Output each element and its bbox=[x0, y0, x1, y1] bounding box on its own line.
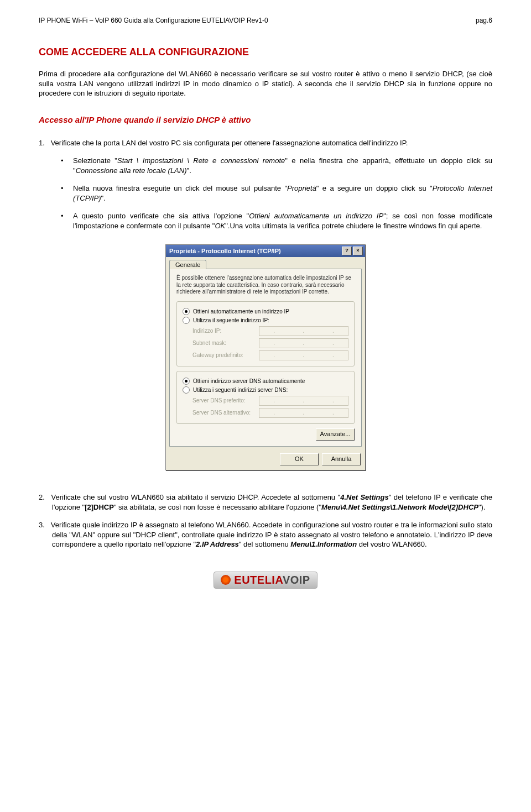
advanced-button[interactable]: Avanzate... bbox=[316, 428, 355, 441]
ip-group: Ottieni automaticamente un indirizzo IP … bbox=[176, 301, 355, 366]
field-ip: Indirizzo IP: ... bbox=[192, 326, 348, 336]
dialog-body: È possibile ottenere l'assegnazione auto… bbox=[169, 269, 362, 447]
radio-dns-auto[interactable]: Ottieni indirizzo server DNS automaticam… bbox=[183, 378, 348, 385]
bullet-1-text: Selezionate " bbox=[73, 156, 117, 165]
bullet-2: Nella nuova finestra eseguite un click d… bbox=[61, 184, 492, 203]
footer-logo: EUTELIAVOIP bbox=[39, 572, 492, 589]
radio-ip-manual[interactable]: Utilizza il seguente indirizzo IP: bbox=[183, 317, 348, 324]
subsection-title: Accesso all'IP Phone quando il servizio … bbox=[39, 115, 492, 124]
field-dns2: Server DNS alternativo: ... bbox=[192, 408, 348, 418]
ok-button[interactable]: OK bbox=[280, 453, 319, 465]
radio-icon bbox=[183, 386, 190, 394]
radio-ip-auto-label: Ottieni automaticamente un indirizzo IP bbox=[193, 308, 289, 315]
bullet-2-text2: " e a seguire un doppio click su " bbox=[316, 184, 433, 192]
bullet-2-ui1: Proprietà bbox=[287, 184, 316, 192]
gateway-input: ... bbox=[259, 350, 348, 360]
step-2-em1: 4.Net Settings bbox=[340, 493, 389, 501]
bullet-3-text: A questo punto verificate che sia attiva… bbox=[73, 212, 249, 220]
step-3-t3: del vostro WLAN660. bbox=[357, 540, 426, 548]
label-gateway: Gateway predefinito: bbox=[192, 352, 259, 358]
bullet-1: Selezionate "Start \ Impostazioni \ Rete… bbox=[61, 156, 492, 175]
tcpip-properties-dialog: Proprietà - Protocollo Internet (TCP/IP)… bbox=[165, 244, 366, 470]
dns1-input: ... bbox=[259, 396, 348, 406]
bullet-1-path: Start \ Impostazioni \ Rete e connession… bbox=[117, 156, 285, 165]
dialog-title: Proprietà - Protocollo Internet (TCP/IP) bbox=[169, 248, 281, 254]
step-3-t2: " del sottomenu bbox=[239, 540, 291, 548]
bullet-2-end: ". bbox=[101, 194, 106, 202]
radio-dns-manual-label: Utilizza i seguenti indirizzi server DNS… bbox=[193, 387, 288, 393]
label-dns2: Server DNS alternativo: bbox=[192, 410, 259, 416]
step-2: 2. Verificate che sul vostro WLAN660 sia… bbox=[39, 493, 492, 512]
bullet-3-ui1: Ottieni automaticamente un indirizzo IP bbox=[249, 212, 383, 220]
step-2-em2: Menu\4.Net Settings\1.Network Mode\[2]DH… bbox=[321, 503, 478, 511]
field-dns1: Server DNS preferito: ... bbox=[192, 396, 348, 406]
logo-part2: VOIP bbox=[283, 574, 310, 586]
bullet-1-ui: Connessione alla rete locale (LAN) bbox=[76, 166, 187, 175]
dialog-description: È possibile ottenere l'assegnazione auto… bbox=[176, 275, 355, 296]
tab-generale[interactable]: Generale bbox=[169, 260, 206, 269]
euteliavoip-logo: EUTELIAVOIP bbox=[214, 572, 317, 589]
step-3-em1: 2.IP Address bbox=[196, 540, 239, 548]
dialog-titlebar: Proprietà - Protocollo Internet (TCP/IP)… bbox=[166, 245, 365, 257]
radio-ip-manual-label: Utilizza il seguente indirizzo IP: bbox=[193, 317, 269, 323]
step-2-b1: [2]DHCP bbox=[85, 503, 114, 511]
radio-dns-manual[interactable]: Utilizza i seguenti indirizzi server DNS… bbox=[183, 386, 348, 394]
radio-dns-auto-label: Ottieni indirizzo server DNS automaticam… bbox=[193, 378, 305, 384]
step-2-t3: " sia abilitata, se così non fosse è nec… bbox=[114, 503, 321, 511]
label-dns1: Server DNS preferito: bbox=[192, 397, 259, 404]
step-3-em2: Menu\1.Information bbox=[290, 540, 357, 548]
step-2-t4: "). bbox=[478, 503, 486, 511]
step-1-number: 1. bbox=[39, 138, 49, 148]
field-subnet: Subnet mask: ... bbox=[192, 338, 348, 348]
dns-group: Ottieni indirizzo server DNS automaticam… bbox=[176, 371, 355, 424]
radio-icon bbox=[183, 308, 190, 315]
intro-paragraph: Prima di procedere alla configurazione d… bbox=[39, 69, 492, 98]
dns2-input: ... bbox=[259, 408, 348, 418]
step-3-number: 3. bbox=[39, 520, 49, 530]
label-ip: Indirizzo IP: bbox=[192, 328, 259, 334]
cancel-button[interactable]: Annulla bbox=[322, 453, 361, 465]
subnet-input: ... bbox=[259, 338, 348, 348]
header-left: IP PHONE Wi-Fi – VoIP 660 Guida alla Con… bbox=[39, 17, 268, 24]
step-1-text: Verificate che la porta LAN del vostro P… bbox=[51, 139, 408, 147]
step-3: 3. Verificate quale indirizzo IP è asseg… bbox=[39, 520, 492, 549]
bullet-2-text: Nella nuova finestra eseguite un click d… bbox=[73, 184, 287, 192]
ip-input: ... bbox=[259, 326, 348, 336]
step-1: 1. Verificate che la porta LAN del vostr… bbox=[39, 138, 492, 148]
logo-burst-icon bbox=[221, 575, 231, 585]
close-button[interactable]: × bbox=[353, 247, 363, 255]
radio-ip-auto[interactable]: Ottieni automaticamente un indirizzo IP bbox=[183, 308, 348, 315]
bullet-1-end: ". bbox=[187, 166, 191, 175]
field-gateway: Gateway predefinito: ... bbox=[192, 350, 348, 360]
header-right: pag.6 bbox=[476, 17, 492, 24]
page-header: IP PHONE Wi-Fi – VoIP 660 Guida alla Con… bbox=[39, 17, 492, 24]
bullet-3-ui2: OK bbox=[215, 222, 225, 230]
radio-icon bbox=[183, 317, 190, 324]
bullet-3: A questo punto verificate che sia attiva… bbox=[61, 211, 492, 230]
help-button[interactable]: ? bbox=[342, 247, 352, 255]
section-title: COME ACCEDERE ALLA CONFIGURAZIONE bbox=[39, 46, 492, 58]
step-2-t1: Verificate che sul vostro WLAN660 sia ab… bbox=[51, 493, 340, 501]
label-subnet: Subnet mask: bbox=[192, 340, 259, 346]
bullet-3-end: ".Una volta ultimata la verifica potrete… bbox=[225, 222, 482, 230]
radio-icon bbox=[183, 378, 190, 385]
logo-part1: EUTELIA bbox=[234, 574, 283, 586]
step-2-number: 2. bbox=[39, 493, 49, 502]
